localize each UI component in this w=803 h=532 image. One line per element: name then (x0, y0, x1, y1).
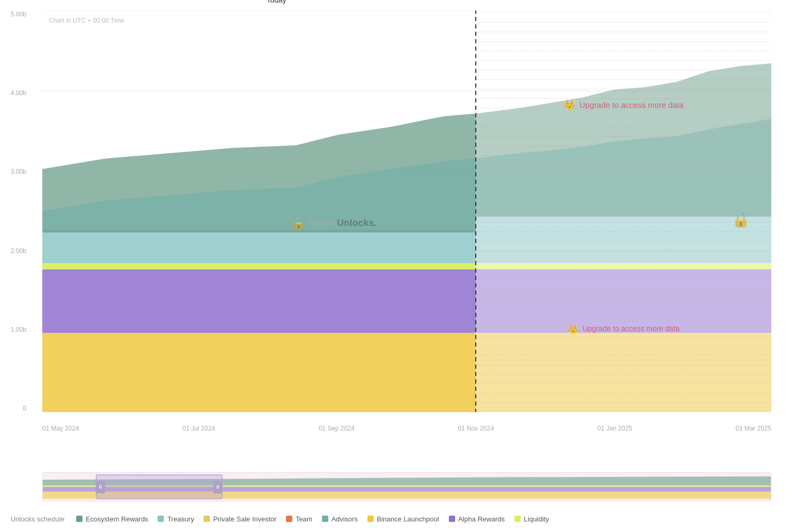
legend: Unlocks schedule Ecosystem Rewards Treas… (0, 508, 803, 529)
x-label-mar: 01 Mar 2025 (736, 425, 771, 432)
legend-item-binance[interactable]: Binance Launchpool (367, 515, 439, 523)
legend-dot-private-sale (204, 516, 210, 522)
lock-icon-right: 🔒 (732, 211, 750, 228)
legend-item-ecosystem[interactable]: Ecosystem Rewards (76, 515, 148, 523)
legend-dot-liquidity (514, 516, 521, 522)
today-label: Today (266, 0, 286, 4)
legend-label-advisors: Advisors (331, 515, 358, 523)
legend-label-treasury: Treasury (167, 515, 194, 523)
y-label-1: 1.00b (11, 326, 31, 333)
y-label-3: 3.00b (11, 168, 31, 175)
scrollbar-area[interactable]: ⏸ ⏸ (42, 472, 771, 501)
upgrade-text-bottom: Upgrade to access more data (583, 324, 680, 333)
upgrade-badge-top[interactable]: 👑 Upgrade to access more data (564, 99, 684, 110)
x-label-jan: 01 Jan 2025 (597, 425, 632, 432)
x-label-sep: 01 Sep 2024 (319, 425, 355, 432)
legend-label-liquidity: Liquidity (524, 515, 549, 523)
upgrade-text-top: Upgrade to access more data (579, 100, 684, 109)
legend-item-advisors[interactable]: Advisors (322, 515, 358, 523)
x-axis: 01 May 2024 01 Jul 2024 01 Sep 2024 01 N… (42, 425, 771, 432)
legend-label-private-sale: Private Sale Investor (213, 515, 276, 523)
x-label-may: 01 May 2024 (42, 425, 79, 432)
crown-icon-top: 👑 (564, 99, 575, 110)
legend-title: Unlocks schedule (11, 515, 64, 523)
crown-icon-bottom: 👑 (568, 324, 578, 334)
legend-dot-treasury (158, 516, 164, 522)
svg-rect-12 (42, 232, 476, 263)
svg-rect-8 (42, 269, 476, 333)
y-axis: 5.00b 4.00b 3.00b 2.00b 1.00b 0 (11, 11, 31, 412)
upgrade-overlay-top[interactable]: 👑 Upgrade to access more data 👑 Upgrade … (476, 11, 771, 412)
y-label-0: 0 (23, 405, 31, 412)
legend-label-ecosystem: Ecosystem Rewards (86, 515, 148, 523)
legend-item-treasury[interactable]: Treasury (158, 515, 194, 523)
x-label-jul: 01 Jul 2024 (182, 425, 215, 432)
legend-item-private-sale[interactable]: Private Sale Investor (204, 515, 276, 523)
y-label-2: 2.00b (11, 247, 31, 255)
chart-area: Chart in UTC + 00:00 Time 5.00b 4.00b 3.… (42, 11, 771, 412)
upgrade-badge-bottom[interactable]: 👑 Upgrade to access more data (568, 324, 680, 334)
legend-label-binance: Binance Launchpool (377, 515, 439, 523)
scrollbar-left-handle[interactable]: ⏸ (96, 481, 105, 493)
legend-item-team[interactable]: Team (286, 515, 312, 523)
legend-item-alpha[interactable]: Alpha Rewards (449, 515, 505, 523)
legend-label-alpha: Alpha Rewards (458, 515, 505, 523)
svg-rect-10 (42, 263, 476, 269)
scrollbar-right-handle[interactable]: ⏸ (213, 481, 223, 493)
legend-dot-team (286, 516, 292, 522)
legend-dot-ecosystem (76, 516, 82, 522)
svg-rect-6 (42, 333, 476, 412)
y-label-4: 4.00b (11, 89, 31, 97)
y-label-5: 5.00b (11, 11, 31, 18)
legend-label-team: Team (296, 515, 312, 523)
chart-container: Chart in UTC + 00:00 Time 5.00b 4.00b 3.… (0, 0, 803, 532)
scrollbar-thumb[interactable]: ⏸ ⏸ (96, 474, 223, 499)
legend-dot-alpha (449, 516, 455, 522)
legend-item-liquidity[interactable]: Liquidity (514, 515, 549, 523)
legend-dot-advisors (322, 516, 328, 522)
legend-dot-binance (367, 516, 374, 522)
x-label-nov: 01 Nov 2024 (458, 425, 494, 432)
